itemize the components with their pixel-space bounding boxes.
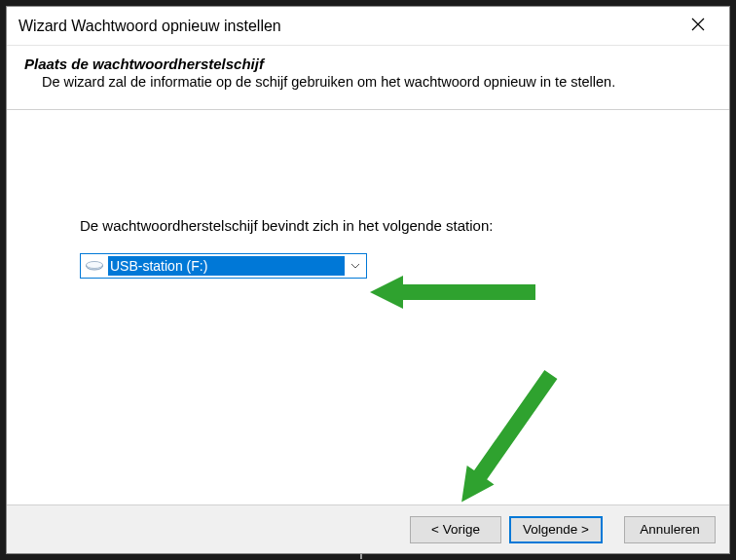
wizard-footer: < Vorige Volgende > Annuleren	[7, 504, 729, 553]
header-subtitle: De wizard zal de informatie op de schijf…	[42, 74, 710, 90]
close-icon	[691, 18, 705, 35]
drive-label: De wachtwoordherstelschijf bevindt zich …	[80, 217, 661, 234]
close-button[interactable]	[679, 7, 718, 46]
svg-marker-2	[370, 276, 535, 309]
drive-select[interactable]: USB-station (F:)	[80, 253, 367, 279]
wizard-header: Plaats de wachtwoordherstelschijf De wiz…	[7, 46, 729, 107]
header-title: Plaats de wachtwoordherstelschijf	[24, 56, 710, 72]
titlebar-text: Wizard Wachtwoord opnieuw instellen	[18, 18, 281, 35]
svg-point-1	[87, 262, 103, 269]
drive-select-value: USB-station (F:)	[108, 256, 345, 276]
annotation-arrow-combo	[370, 268, 540, 320]
drive-icon	[85, 259, 104, 273]
cancel-button[interactable]: Annuleren	[624, 516, 716, 543]
content-area: De wachtwoordherstelschijf bevindt zich …	[7, 110, 729, 504]
chevron-down-icon	[345, 254, 366, 278]
titlebar: Wizard Wachtwoord opnieuw instellen	[7, 7, 729, 46]
svg-marker-3	[448, 365, 565, 512]
wizard-dialog: Wizard Wachtwoord opnieuw instellen Plaa…	[6, 6, 730, 554]
annotation-arrow-next	[428, 360, 584, 520]
